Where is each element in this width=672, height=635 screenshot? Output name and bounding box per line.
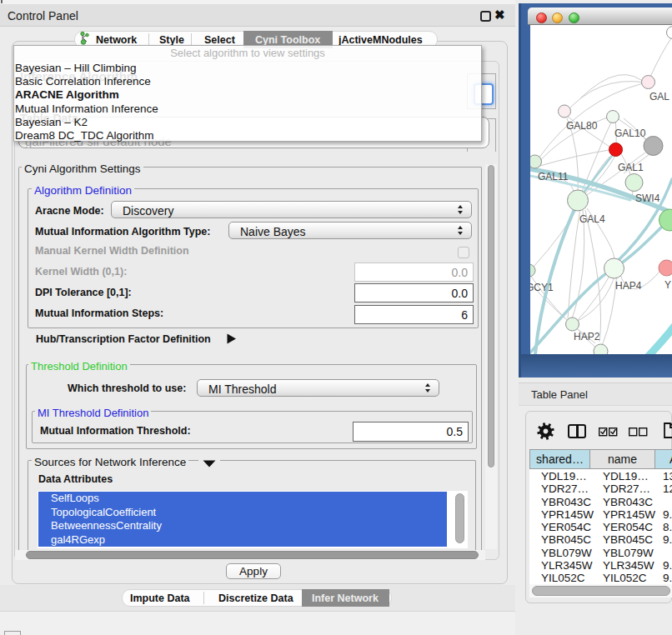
- svg-text:Y: Y: [664, 279, 671, 291]
- svg-text:GAL: GAL: [649, 91, 669, 102]
- svg-text:GAL80: GAL80: [566, 120, 598, 132]
- svg-text:HAP4: HAP4: [615, 280, 642, 292]
- svg-text:GAL10: GAL10: [614, 128, 646, 139]
- svg-text:GAL4: GAL4: [579, 213, 605, 225]
- svg-text:GAL11: GAL11: [538, 171, 569, 182]
- svg-text:HAP2: HAP2: [574, 331, 600, 342]
- svg-text:GCY1: GCY1: [530, 282, 554, 293]
- svg-text:SWI4: SWI4: [635, 192, 660, 204]
- svg-text:GAL1: GAL1: [618, 162, 644, 173]
